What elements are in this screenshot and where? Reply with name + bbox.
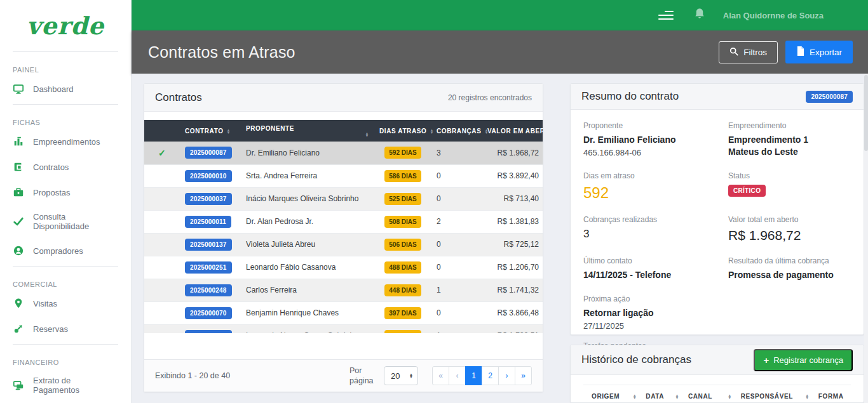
sidebar-item-compradores[interactable]: Compradores (0, 238, 131, 263)
charges-count: 0 (431, 233, 482, 256)
contract-badge: 2025000070 (185, 307, 232, 319)
app-root: verde PAINEL Dashboard FICHAS Empreendim… (0, 0, 868, 403)
sidebar-section-financeiro: FINANCEIRO Extrato de Pagamentos Demonst… (0, 345, 131, 403)
sidebar-item-reservas[interactable]: Reservas (0, 316, 131, 341)
sidebar-item-label: Consulta Disponibilidade (33, 212, 118, 231)
sidebar-item-label: Compradores (33, 246, 83, 256)
days-late-badge: 448 DIAS (384, 284, 421, 296)
table-row[interactable]: 2025000070 Benjamin Henrique Chaves 397 … (144, 301, 543, 324)
proponent-name: Inácio Marques Oliveira Sobrinho (241, 187, 374, 210)
contract-badge: 2025000248 (185, 284, 232, 296)
field-last-contact: Último contato 14/11/2025 - Telefone (583, 256, 728, 281)
table-row[interactable]: 2025000010 Srta. Andrea Ferreira 586 DIA… (144, 164, 543, 187)
contract-badge: 2025000251 (185, 261, 232, 274)
sidebar-item-contratos[interactable]: Contratos (0, 154, 131, 180)
sidebar-item-dashboard[interactable]: Dashboard (0, 76, 131, 102)
contracts-panel-title: Contratos (155, 91, 448, 104)
table-row[interactable]: 2025000037 Inácio Marques Oliveira Sobri… (144, 187, 543, 210)
field-open-total: Valor total em aberto R$ 1.968,72 (728, 215, 851, 243)
pagination-page-2-button[interactable]: 2 (482, 366, 499, 385)
export-button-label: Exportar (810, 48, 842, 57)
days-late-badge: 508 DIAS (384, 216, 421, 228)
sort-icon: ▲▼ (227, 129, 231, 134)
table-row[interactable]: 2025000248 Carlos Ferreira 448 DIAS 1 R$… (144, 279, 543, 301)
sort-icon: ▲▼ (365, 132, 369, 137)
contract-summary-panel: Resumo do contrato 2025000087 Proponente… (570, 83, 864, 335)
file-icon (796, 46, 804, 58)
days-late-value: 592 (583, 184, 728, 202)
filters-button[interactable]: Filtros (719, 41, 778, 63)
column-date[interactable]: DATA▲▼ (646, 393, 688, 400)
column-contract[interactable]: CONTRATO▲▼ (180, 120, 241, 142)
pagination-first-button[interactable]: « (432, 366, 449, 385)
scrollbar-thumb[interactable] (864, 75, 868, 151)
column-origin[interactable]: ORIGEM▲▼ (592, 393, 646, 400)
proponent-name: Benjamin Henrique Chaves (241, 301, 374, 324)
table-row[interactable]: 2025000011 Dr. Alan Pedrosa Jr. 508 DIAS… (144, 210, 543, 233)
page-scrollbar[interactable] (864, 74, 868, 403)
sidebar-item-extrato-pagamentos[interactable]: Extrato de Pagamentos (0, 369, 131, 402)
sidebar-item-propostas[interactable]: Propostas (0, 180, 131, 205)
section-label-fichas: FICHAS (0, 114, 131, 129)
section-label-financeiro: FINANCEIRO (0, 353, 131, 369)
table-row[interactable]: 2025000129 Leonardo Neves Souza Sobrinho… (144, 324, 543, 333)
sidebar-item-visitas[interactable]: Visitas (0, 291, 131, 316)
field-days-late: Dias em atraso 592 (583, 171, 728, 202)
register-charge-button[interactable]: + Registrar cobrança (754, 349, 853, 371)
charge-history-panel: Histórico de cobranças + Registrar cobra… (570, 345, 864, 403)
open-value: R$ 1.741,32 (482, 279, 543, 301)
column-responsible[interactable]: RESPONSÁVEL▲▼ (741, 393, 818, 400)
sidebar-item-label: Dashboard (33, 84, 74, 94)
pagination-prev-button[interactable]: ‹ (449, 366, 466, 385)
filters-button-label: Filtros (743, 48, 767, 57)
open-value: R$ 3.866,48 (482, 301, 543, 324)
contracts-panel-footer: Exibindo 1 - 20 de 40 Por página 20 ▲▼ «… (144, 359, 543, 392)
field-development: Empreendimento Empreendimento 1 Mateus d… (728, 121, 851, 158)
contracts-table-viewport: CONTRATO▲▼ PROPONENTE▲▼ DIAS ATRASO▲▼ CO… (144, 120, 543, 333)
proponent-name: Dr. Emiliano Feliciano (241, 142, 374, 164)
column-extra[interactable]: FORMA (818, 393, 851, 400)
sidebar-item-empreendimentos[interactable]: Empreendimentos (0, 129, 131, 154)
topbar: Alan Quidornne de Souza (132, 0, 868, 30)
open-value: R$ 713,40 (482, 187, 543, 210)
register-charge-label: Registrar cobrança (773, 355, 843, 365)
sidebar-item-consulta-disponibilidade[interactable]: Consulta Disponibilidade (0, 205, 131, 238)
notifications-bell-icon[interactable] (694, 8, 705, 23)
open-value: R$ 725,12 (482, 233, 543, 256)
history-table-header-row: ORIGEM▲▼ DATA▲▼ CANAL▲▼ RESPONSÁVEL▲▼ FO… (583, 385, 851, 403)
export-button[interactable]: Exportar (785, 41, 853, 63)
page-title: Contratos em Atraso (148, 43, 719, 62)
column-open-value[interactable]: VALOR EM ABERTO (482, 120, 543, 142)
logo[interactable]: verde (0, 0, 131, 49)
table-row[interactable]: 2025000251 Leonardo Fábio Casanova 488 D… (144, 256, 543, 279)
pagination-page-1-button[interactable]: 1 (465, 366, 482, 385)
column-channel[interactable]: CANAL▲▼ (688, 393, 741, 400)
pagination-last-button[interactable]: » (515, 366, 532, 385)
table-row[interactable]: 2025000137 Violeta Julieta Abreu 506 DIA… (144, 233, 543, 256)
open-value: R$ 1.381,83 (482, 210, 543, 233)
column-proponent[interactable]: PROPONENTE▲▼ (241, 120, 374, 142)
selected-check-icon: ✓ (149, 148, 166, 158)
per-page-select[interactable]: 20 ▲▼ (384, 366, 418, 385)
charges-count: 0 (431, 301, 482, 324)
column-charges[interactable]: COBRANÇAS▲▼ (431, 120, 482, 142)
select-spinner-icon: ▲▼ (409, 373, 413, 378)
column-days-late[interactable]: DIAS ATRASO▲▼ (374, 120, 431, 142)
per-page-value: 20 (391, 371, 400, 381)
charges-count: 0 (431, 256, 482, 279)
menu-toggle-icon[interactable] (656, 8, 676, 22)
status-badge: CRÍTICO (728, 185, 766, 197)
open-value: R$ 3.892,40 (482, 164, 543, 187)
field-last-result: Resultado da última cobrança Promessa de… (728, 256, 851, 281)
proponent-name: Violeta Julieta Abreu (241, 233, 374, 256)
plus-icon: + (763, 355, 769, 365)
days-late-badge: 586 DIAS (384, 170, 421, 182)
person-icon (13, 245, 24, 256)
briefcase-icon (13, 187, 24, 198)
table-row[interactable]: ✓ 2025000087 Dr. Emiliano Feliciano 592 … (144, 142, 543, 164)
user-menu[interactable]: Alan Quidornne de Souza (723, 11, 824, 20)
section-label-painel: PAINEL (0, 61, 131, 76)
pagination-next-button[interactable]: › (498, 366, 515, 385)
sidebar-item-label: Extrato de Pagamentos (33, 376, 118, 395)
check-icon (13, 216, 24, 227)
